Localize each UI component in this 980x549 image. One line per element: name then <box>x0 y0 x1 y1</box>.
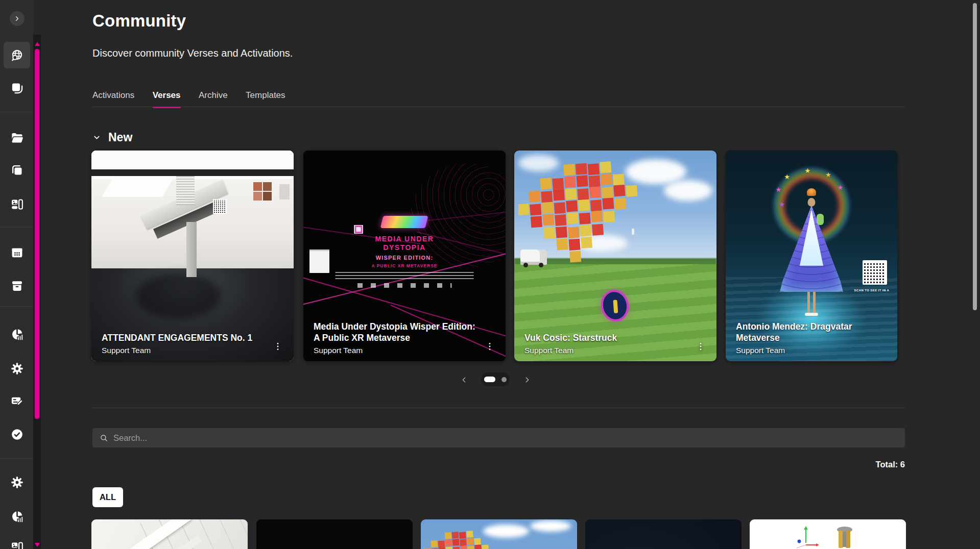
search-icon <box>100 434 108 442</box>
sidebar-item-analytics[interactable] <box>4 321 30 347</box>
verse-card[interactable]: MEDIA UNDER DYSTOPIA WISPER EDITION: A P… <box>303 151 506 361</box>
chevron-left-icon <box>460 376 468 384</box>
card-edit-icon <box>10 394 24 408</box>
globe-search-icon <box>10 48 24 62</box>
calendar-grid-icon <box>10 246 24 260</box>
media-board-icon <box>10 540 24 549</box>
sidebar-item-approvals[interactable] <box>4 421 30 447</box>
card-author: Support Team <box>736 346 887 355</box>
wasted-logo <box>380 216 428 228</box>
app-window: Community Discover community Verses and … <box>0 0 980 549</box>
search-input[interactable] <box>113 433 898 443</box>
pixel-star-artwork <box>421 529 505 549</box>
tab-bar: Activations Verses Archive Templates <box>92 88 905 107</box>
card-menu-button[interactable] <box>485 340 494 353</box>
star-decor: ★ <box>784 173 790 180</box>
artwork-sponsor-logos <box>357 283 451 288</box>
card-footer: ATTENDANT ENGAGEMENTS No. 1 Support Team <box>91 332 294 361</box>
verse-tile[interactable] <box>750 519 906 549</box>
collections-icon <box>10 81 24 95</box>
verse-card[interactable]: ★ ★ ★ ★ ★ ★ SCAN TO SEE IT IN A Antonio … <box>726 151 897 361</box>
sidebar-item-card-edit[interactable] <box>4 387 30 414</box>
sidebar-expand-button[interactable] <box>10 11 25 26</box>
tab-templates[interactable]: Templates <box>246 88 285 107</box>
check-circle-icon <box>10 428 24 441</box>
verse-tile[interactable] <box>91 519 248 549</box>
folder-open-icon <box>10 131 24 145</box>
tab-archive[interactable]: Archive <box>199 88 228 107</box>
verse-tile[interactable] <box>256 519 413 549</box>
settings-gear-icon <box>10 476 24 489</box>
chevron-right-icon <box>523 376 532 384</box>
scroll-up-arrow-icon[interactable] <box>35 42 40 46</box>
sidebar-divider <box>0 306 33 307</box>
sidebar-divider <box>0 458 33 459</box>
artwork-credits <box>335 272 474 280</box>
star-decor: ★ <box>779 201 785 208</box>
sidebar-divider <box>0 227 33 228</box>
kebab-menu-icon <box>273 341 282 352</box>
artwork-text: WISPER EDITION: <box>326 255 484 261</box>
verse-tile[interactable] <box>421 519 577 549</box>
sidebar-item-community[interactable] <box>4 42 30 68</box>
page-title: Community <box>92 11 186 31</box>
sidebar-item-calendar[interactable] <box>4 239 30 266</box>
sidebar <box>0 0 33 549</box>
analytics-pie-icon <box>10 328 24 341</box>
artwork-text: A PUBLIC XR METAVERSE <box>326 263 484 268</box>
star-decor: ★ <box>837 184 843 191</box>
page-dot[interactable] <box>501 377 507 382</box>
3d-axis-gizmo <box>785 522 872 549</box>
card-footer: Antonio Mendez: Dragvatar Metaverse Supp… <box>726 321 897 361</box>
golf-cart <box>520 249 547 265</box>
sidebar-item-files[interactable] <box>4 124 30 151</box>
qr-caption: SCAN TO SEE IT IN A <box>854 289 890 292</box>
tab-activations[interactable]: Activations <box>92 88 134 107</box>
new-section-title: New <box>108 131 132 144</box>
card-title: Media Under Dystopia Wisper Edition: A P… <box>314 321 482 343</box>
total-count: Total: 6 <box>752 460 905 469</box>
carousel-page-dots <box>481 372 510 386</box>
verse-tile[interactable] <box>585 519 742 549</box>
star-decor: ★ <box>825 171 831 178</box>
card-title: ATTENDANT ENGAGEMENTS No. 1 <box>102 332 270 343</box>
page-subtitle: Discover community Verses and Activation… <box>92 47 293 59</box>
card-footer: Vuk Cosic: Starstruck Support Team <box>514 332 716 361</box>
card-menu-button[interactable] <box>273 340 282 353</box>
sidebar-item-media-board[interactable] <box>4 191 30 217</box>
carousel-prev-button[interactable] <box>458 373 470 386</box>
window-scrollbar-thumb[interactable] <box>973 3 977 310</box>
card-thumbnail <box>91 151 294 361</box>
artwork-text: MEDIA UNDER <box>375 235 434 243</box>
card-author: Support Team <box>102 346 283 355</box>
sidebar-item-copies[interactable] <box>4 157 30 183</box>
page-dot-active[interactable] <box>484 377 495 382</box>
qr-code <box>863 260 887 285</box>
card-title: Vuk Cosic: Starstruck <box>524 332 693 343</box>
new-section-header: New <box>92 129 132 146</box>
artwork-text: DYSTOPIA <box>383 243 425 252</box>
sidebar-item-settings-2[interactable] <box>4 469 30 495</box>
sidebar-divider <box>0 112 33 112</box>
window-scrollbar[interactable] <box>972 0 978 549</box>
verse-card[interactable]: ATTENDANT ENGAGEMENTS No. 1 Support Team <box>91 151 294 361</box>
sidebar-item-archive[interactable] <box>4 272 30 299</box>
scroll-down-arrow-icon[interactable] <box>35 543 40 547</box>
tab-verses[interactable]: Verses <box>153 88 181 107</box>
card-menu-button[interactable] <box>696 340 705 353</box>
verse-card[interactable]: Vuk Cosic: Starstruck Support Team <box>514 151 716 361</box>
star-decor: ★ <box>775 186 781 193</box>
search-bar <box>92 428 905 447</box>
star-decor: ★ <box>805 167 811 174</box>
analytics-pie-icon <box>10 510 24 523</box>
copy-pages-icon <box>10 163 24 177</box>
sidebar-item-collections[interactable] <box>4 74 30 101</box>
carousel-next-button[interactable] <box>521 373 533 386</box>
sidebar-item-analytics-2[interactable] <box>4 503 30 530</box>
kebab-menu-icon <box>696 341 705 352</box>
chevron-down-icon[interactable] <box>92 133 101 142</box>
sidebar-scrollbar[interactable] <box>33 35 41 549</box>
filter-all-button[interactable]: ALL <box>92 487 123 507</box>
sidebar-item-media-board-2[interactable] <box>4 534 30 549</box>
sidebar-scrollbar-thumb[interactable] <box>35 49 39 419</box>
